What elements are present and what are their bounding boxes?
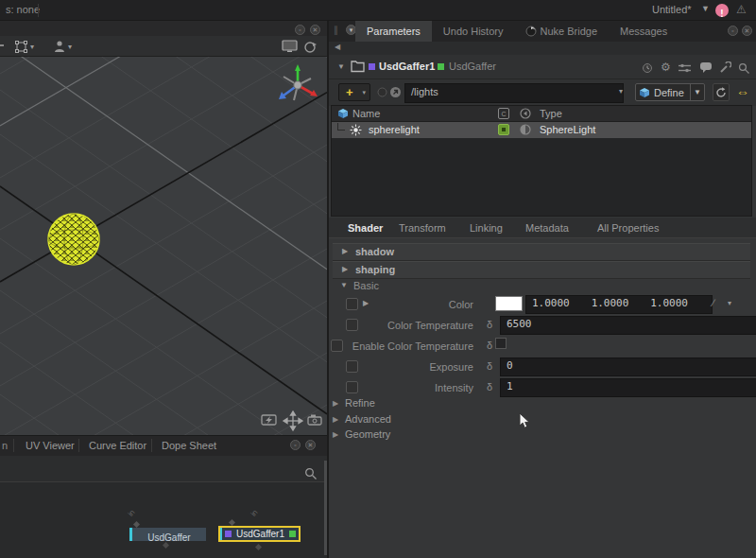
column-header-name[interactable]: Name [352,108,380,119]
section-advanced-label[interactable]: Advanced [345,413,391,425]
tab-parameters[interactable]: Parameters [355,21,432,42]
path-input[interactable]: /lights [404,83,624,103]
section-shaping[interactable]: ▶ shaping [333,261,750,279]
right-pane-float-icon[interactable]: ▫ [728,26,738,36]
color-slider-icon[interactable]: ∕ [713,297,714,308]
enable-color-temperature-checkbox[interactable] [495,338,507,349]
refresh-button[interactable] [713,83,730,101]
section-geometry-expander-icon[interactable]: ▶ [333,430,338,439]
keyframe-icon[interactable]: δ [487,340,492,351]
pane-float-icon[interactable]: ▫ [295,25,305,35]
param-tab-metadata[interactable]: Metadata [525,222,569,234]
document-title[interactable]: Untitled* [652,4,692,15]
param-tab-all-properties[interactable]: All Properties [597,222,659,234]
bottom-pane-float-icon[interactable]: ▫ [290,440,301,450]
tab-dope-sheet[interactable]: Dope Sheet [162,440,216,451]
light-icon [350,124,362,136]
row-name: spherelight [369,124,420,135]
tab-uv-viewer[interactable]: UV Viewer [26,440,75,451]
node-color-chip-green [438,63,444,70]
marquee-select-chevron-icon[interactable]: ▾ [30,43,34,51]
tab-nuke-bridge[interactable]: Nuke Bridge [514,21,609,42]
add-button[interactable]: + ▾ [338,83,370,101]
sliders-icon[interactable] [679,63,691,73]
pane-close-icon[interactable]: ✕ [310,25,320,35]
color-value-field[interactable]: 1.0000 1.0000 1.0000 [525,295,713,314]
row-type: SphereLight [540,124,595,135]
cube-icon [639,87,650,98]
keyframe-icon[interactable]: δ [487,360,492,372]
param-tab-linking[interactable]: Linking [470,222,503,234]
keyframe-icon[interactable]: δ [487,319,492,330]
param-tab-shader[interactable]: Shader [348,222,383,234]
info-circle-icon[interactable] [377,87,387,97]
tab-partial[interactable]: n [2,440,8,451]
document-title-chevron-icon[interactable]: ▼ [701,4,710,13]
section-refine-label[interactable]: Refine [345,397,375,409]
comment-icon[interactable] [699,61,713,74]
intensity-field[interactable]: 1 [500,378,756,397]
alert-glyph: ! [720,9,723,19]
marquee-select-icon[interactable] [15,41,27,53]
viewport-toolbar [0,36,327,57]
param-tab-transform[interactable]: Transform [399,222,446,234]
header-search-icon[interactable] [738,62,750,75]
node-usdgaffer[interactable]: UsdGaffer [129,528,206,541]
color-swatch[interactable] [495,296,523,311]
user-view-icon[interactable] [53,40,66,53]
viewer-pane-strip [0,21,327,36]
exposure-field[interactable]: 0 [500,357,756,376]
color-options-chevron-icon[interactable]: ▾ [728,299,731,307]
column-icon-c[interactable]: C [498,108,509,119]
column-header-type[interactable]: Type [540,108,562,119]
column-icon-visibility[interactable] [520,108,531,119]
add-chevron-icon: ▾ [362,89,366,96]
node-usdgaffer1-selected[interactable]: UsdGaffer1 [218,526,301,542]
section-refine-expander-icon[interactable]: ▶ [333,399,338,408]
node-port-stripe [220,528,222,540]
toolbar-edge-fragment [0,44,4,46]
color-b: 1.0000 [650,296,703,311]
monitor-icon[interactable] [282,40,299,53]
clock-icon[interactable] [642,62,653,74]
define-dropdown[interactable]: Define ▼ [635,83,705,101]
section-basic-expander-icon[interactable]: ▼ [340,281,348,289]
warning-icon[interactable]: ⚠ [736,3,747,16]
section-basic-label[interactable]: Basic [353,280,379,291]
goto-circle-icon[interactable] [389,86,402,98]
section-geometry-label[interactable]: Geometry [345,428,390,440]
wrench-icon[interactable] [719,61,731,74]
node-color-chip-purple [225,531,232,537]
render-view-icon[interactable] [302,40,318,54]
gear-icon[interactable]: ⚙ [661,61,671,74]
color-temperature-field[interactable]: 6500 [500,316,756,335]
node-color-chip-purple [369,63,375,70]
param-label-color: Color [340,299,473,310]
tab-curve-editor[interactable]: Curve Editor [89,440,146,451]
section-shadow[interactable]: ▶ shadow [333,243,750,261]
node-graph-search-icon[interactable] [304,467,318,480]
bottom-pane-close-icon[interactable]: ✕ [305,440,316,450]
node-header-collapse-icon[interactable]: ▼ [337,62,345,71]
color-r: 1.0000 [532,296,585,311]
collapse-left-icon[interactable]: ◀ [335,43,340,51]
splitter-handle-icon[interactable]: ∥ [334,25,338,35]
keyframe-icon[interactable]: δ [487,381,492,392]
row-material-badge[interactable] [498,124,509,135]
node-label: UsdGaffer [147,532,190,543]
node-label: UsdGaffer1 [232,529,289,539]
param-label-color-temperature: Color Temperature [340,320,473,331]
tab-messages[interactable]: Messages [609,21,679,42]
right-pane-close-icon[interactable]: ✕ [742,26,752,36]
row-visibility-icon[interactable] [520,124,531,135]
top-menu-bar [0,0,756,21]
viewport-3d[interactable] [0,57,327,435]
tab-undo-history[interactable]: Undo History [432,21,515,42]
alert-badge[interactable]: ! [715,4,729,17]
user-view-chevron-icon[interactable]: ▾ [68,43,72,51]
define-chevron-icon: ▼ [690,84,704,100]
path-dropdown-chevron-icon[interactable]: ▾ [619,87,623,96]
topbar-divider [38,4,39,17]
swap-arrows-icon[interactable]: ⇔ [736,84,749,99]
section-advanced-expander-icon[interactable]: ▶ [333,415,338,424]
